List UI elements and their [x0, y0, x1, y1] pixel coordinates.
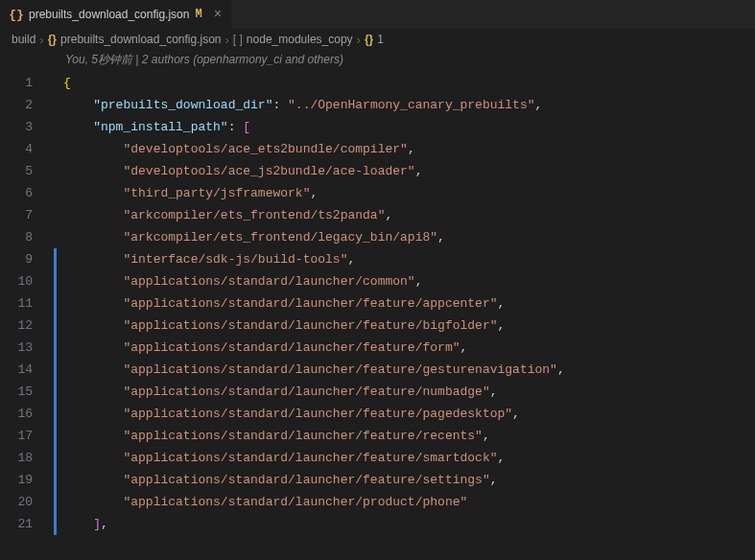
line-number: 20	[0, 491, 50, 513]
code-line: "developtools/ace_js2bundle/ace-loader",	[50, 160, 755, 182]
line-number: 3	[0, 116, 50, 138]
code-line: "applications/standard/launcher/feature/…	[50, 425, 755, 447]
code-content[interactable]: { "prebuilts_download_dir": "../OpenHarm…	[50, 72, 755, 535]
line-number: 19	[0, 469, 50, 491]
line-number: 11	[0, 292, 50, 315]
gitlens-annotation[interactable]: You, 5秒钟前 | 2 authors (openharmony_ci an…	[0, 50, 755, 72]
code-line: "applications/standard/launcher/feature/…	[50, 403, 755, 425]
line-number: 8	[0, 226, 50, 248]
code-line: "applications/standard/launcher/feature/…	[50, 447, 755, 469]
line-number: 5	[0, 160, 50, 182]
line-number: 6	[0, 182, 50, 204]
json-icon: {}	[48, 33, 57, 46]
code-line: "arkcompiler/ets_frontend/ts2panda",	[50, 204, 755, 226]
line-number: 1	[0, 72, 50, 94]
line-number: 7	[0, 204, 50, 226]
line-number: 14	[0, 359, 50, 381]
line-number: 16	[0, 403, 50, 425]
tab-modified-marker: M	[195, 8, 201, 21]
breadcrumb-item[interactable]: build	[12, 33, 35, 46]
breadcrumb-item[interactable]: 1	[377, 33, 384, 46]
array-icon: [ ]	[233, 33, 243, 46]
json-icon: {}	[10, 8, 23, 21]
editor-area[interactable]: 1 2 3 4 5 6 7 8 9 10 11 12 13 14 15 16 1…	[0, 72, 755, 535]
close-icon[interactable]: ×	[214, 7, 222, 22]
breadcrumb[interactable]: build › {} prebuilts_download_config.jso…	[0, 29, 755, 50]
line-number: 10	[0, 270, 50, 292]
line-number: 18	[0, 447, 50, 469]
code-line: "applications/standard/launcher/feature/…	[50, 337, 755, 359]
line-number: 9	[0, 248, 50, 270]
code-line: "applications/standard/launcher/feature/…	[50, 381, 755, 403]
line-number: 13	[0, 337, 50, 359]
tab-filename: prebuilts_download_config.json	[29, 8, 189, 21]
code-line: "prebuilts_download_dir": "../OpenHarmon…	[50, 94, 755, 116]
line-number: 17	[0, 425, 50, 447]
code-line: ],	[50, 513, 755, 535]
code-line: {	[50, 72, 755, 94]
code-line: "applications/standard/launcher/feature/…	[50, 315, 755, 337]
line-number: 15	[0, 381, 50, 403]
code-line: "applications/standard/launcher/product/…	[50, 491, 755, 513]
line-number: 2	[0, 94, 50, 116]
code-line: "applications/standard/launcher/feature/…	[50, 469, 755, 491]
editor-tab[interactable]: {} prebuilts_download_config.json M ×	[0, 0, 232, 29]
line-gutter: 1 2 3 4 5 6 7 8 9 10 11 12 13 14 15 16 1…	[0, 72, 50, 535]
chevron-right-icon: ›	[225, 33, 229, 47]
code-line: "developtools/ace_ets2bundle/compiler",	[50, 138, 755, 160]
code-line: "interface/sdk-js/build-tools",	[50, 248, 755, 270]
line-number: 21	[0, 513, 50, 535]
tab-bar: {} prebuilts_download_config.json M ×	[0, 0, 755, 29]
chevron-right-icon: ›	[39, 33, 43, 47]
code-line: "applications/standard/launcher/feature/…	[50, 292, 755, 315]
line-number: 12	[0, 315, 50, 337]
code-line: "third_party/jsframework",	[50, 182, 755, 204]
line-number: 4	[0, 138, 50, 160]
breadcrumb-item[interactable]: prebuilts_download_config.json	[60, 33, 221, 46]
chevron-right-icon: ›	[357, 33, 361, 47]
code-line: "applications/standard/launcher/common",	[50, 270, 755, 292]
code-line: "applications/standard/launcher/feature/…	[50, 359, 755, 381]
breadcrumb-item[interactable]: node_modules_copy	[247, 33, 353, 46]
code-line: "arkcompiler/ets_frontend/legacy_bin/api…	[50, 226, 755, 248]
json-icon: {}	[365, 33, 373, 46]
code-line: "npm_install_path": [	[50, 116, 755, 138]
